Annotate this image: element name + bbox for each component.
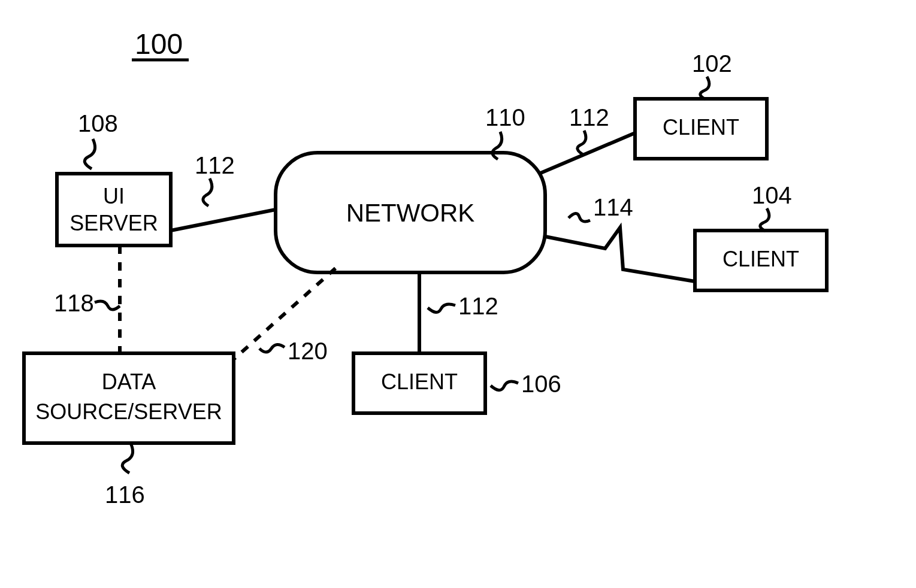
network-ref: 110 (485, 104, 525, 131)
ui-server-line2: SERVER (69, 211, 158, 235)
link-ui-datasource-ref: 118 (54, 290, 94, 316)
link-ui-network-ref: 112 (195, 152, 235, 178)
client-bottom-label: CLIENT (381, 369, 458, 394)
network-label: NETWORK (346, 199, 475, 227)
data-source-line2: SOURCE/SERVER (35, 399, 222, 424)
link-ui-network-ref-leader (203, 178, 212, 206)
client-bottom-ref-leader (491, 381, 518, 390)
data-source-ref-leader (122, 443, 132, 473)
link-network-client-bottom-ref-leader (428, 304, 455, 313)
link-ui-network (171, 210, 276, 231)
link-network-client-right (545, 228, 695, 281)
ui-server-line1: UI (103, 184, 125, 208)
link-network-client-bottom-ref: 112 (458, 293, 498, 319)
link-network-datasource-ref: 120 (288, 338, 328, 364)
network-ref-leader (492, 132, 502, 159)
link-network-client-top-ref: 112 (569, 104, 609, 131)
ui-server-ref-leader (84, 139, 95, 169)
data-source-ref: 116 (105, 481, 145, 508)
data-source-line1: DATA (102, 369, 156, 394)
client-right-ref: 104 (752, 182, 792, 208)
data-source-box (24, 353, 234, 443)
client-top-ref: 102 (692, 50, 732, 77)
client-right-ref-leader (760, 208, 769, 231)
link-ui-datasource-ref-leader (95, 301, 120, 310)
client-bottom-ref: 106 (521, 371, 561, 397)
client-right-label: CLIENT (722, 247, 799, 271)
link-network-client-right-ref: 114 (593, 194, 633, 220)
link-network-client-right-ref-leader (569, 213, 590, 222)
ui-server-ref: 108 (78, 110, 118, 137)
client-top-label: CLIENT (663, 115, 739, 140)
link-network-datasource-ref-leader (259, 344, 285, 352)
figure-number: 100 (135, 28, 183, 60)
link-network-client-top-ref-leader (578, 131, 586, 154)
client-top-ref-leader (700, 77, 709, 99)
